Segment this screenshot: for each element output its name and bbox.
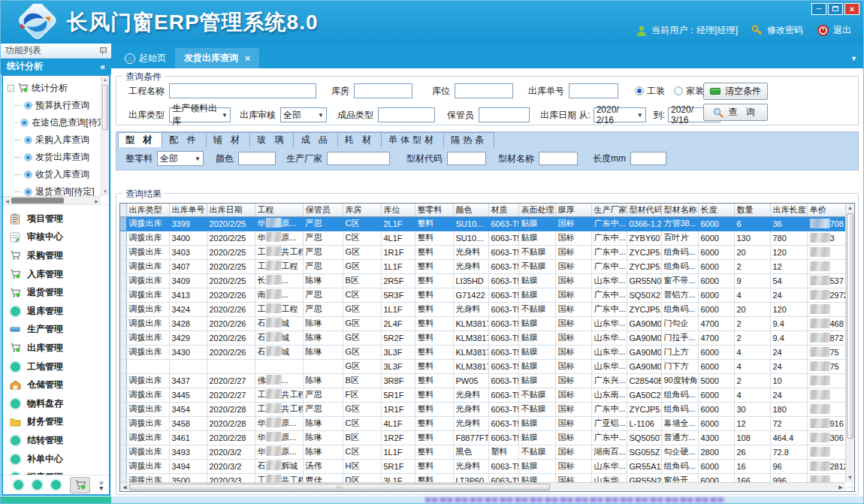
cart-shortcut-button[interactable] [70, 477, 90, 493]
material-tab-耗材[interactable]: 耗 材 [338, 132, 382, 147]
scroll-thumb[interactable] [11, 198, 64, 204]
material-tab-型材[interactable]: 型 材 [118, 132, 162, 147]
table-horizontal-scrollbar[interactable]: ◀ ⅠⅠⅠ ▶ [120, 482, 845, 491]
sidebar-module-出库管理[interactable]: 出库管理 [9, 339, 109, 358]
column-header-长度[interactable]: 长度 [698, 204, 734, 216]
tree-horizontal-scrollbar[interactable]: ◀ ▶ [3, 196, 101, 204]
material-tab-单体型材[interactable]: 单体型材 [382, 132, 444, 147]
column-header-生产厂家[interactable]: 生产厂家 [591, 204, 627, 216]
column-header-数量[interactable]: 数量 [734, 204, 770, 216]
table-row[interactable]: 调拨出库34942020/3/2石辉城汤伟H区5R1F整料光身料6063-T5贴… [120, 459, 855, 473]
tree-item[interactable]: 发货出库查询 [8, 149, 109, 166]
tab-home[interactable]: ⌂ 起始页 [116, 48, 175, 68]
toolbar-overflow-button[interactable]: »▾ [99, 480, 104, 490]
length-input[interactable] [630, 152, 666, 165]
sidebar-module-仓储管理[interactable]: 仓储管理 [9, 376, 109, 394]
order-no-input[interactable] [569, 83, 618, 98]
sidebar-module-退货管理[interactable]: 退货管理 [9, 283, 109, 302]
close-button[interactable]: × [844, 3, 859, 15]
table-row[interactable]: 调拨出库34072020/2/25工工程严思G区1L1F整料光身料6063-T5… [120, 259, 855, 273]
table-row[interactable]: 调拨出库34612020/2/28华原...陈琳B区1R2F整料F8877FT6… [120, 430, 855, 445]
pin-icon[interactable] [99, 47, 107, 55]
material-tab-隔热条[interactable]: 隔热条 [444, 132, 494, 147]
sidebar-module-工地管理[interactable]: 工地管理 [9, 358, 109, 376]
scroll-thumb[interactable] [102, 85, 108, 130]
table-row[interactable]: 调拨出库34002020/2/25华原...严思C区4L1F整料SU10...6… [120, 231, 855, 245]
module-shortcut-icon[interactable] [51, 480, 61, 490]
table-vertical-scrollbar[interactable]: ▲ ▼ [845, 204, 854, 482]
tab-list-caret-icon[interactable]: ▼ [850, 55, 857, 62]
table-row[interactable]: 调拨出库34452020/2/27工共工程严思F区5R1F整料光身料6063-T… [120, 388, 855, 402]
sidebar-module-项目管理[interactable]: 项目管理 [9, 210, 109, 228]
project-name-input[interactable] [169, 83, 316, 98]
column-header-型材代码[interactable]: 型材代码 [627, 204, 661, 216]
table-row[interactable]: 调拨出库34292020/2/26石城陈琳G区5R2F整料KLM38176063… [120, 330, 855, 345]
tree-item[interactable]: 在途信息查询[待定] [8, 114, 109, 131]
whole-part-select[interactable]: 全部▼ [157, 151, 204, 166]
radio-jiazhuang[interactable] [674, 86, 683, 95]
scroll-thumb[interactable] [847, 213, 853, 439]
column-header-材质[interactable]: 材质 [488, 204, 518, 216]
sidebar-module-财务管理[interactable]: 财务管理 [9, 413, 109, 432]
sidebar-module-结转管理[interactable]: 结转管理 [9, 431, 109, 450]
column-header-保管员[interactable]: 保管员 [303, 204, 343, 216]
radio-gongzhuang[interactable] [635, 86, 644, 95]
scroll-down-icon[interactable]: ▼ [846, 473, 854, 482]
minimize-button[interactable]: ─ [811, 3, 826, 15]
column-header-颜色[interactable]: 颜色 [453, 204, 488, 216]
column-header-型材名称[interactable]: 型材名称 [661, 204, 698, 216]
scroll-up-icon[interactable]: ▲ [846, 204, 854, 213]
scroll-right-icon[interactable]: ▶ [836, 484, 845, 490]
module-shortcut-icon[interactable] [32, 480, 42, 490]
table-row[interactable]: 调拨出库34092020/2/25长...陈琳B区2R5F整料LI35HD606… [120, 273, 855, 288]
table-row[interactable]: 调拨出库34282020/2/26石城陈琳G区2L4F整料KLM38176063… [120, 316, 855, 330]
column-header-库位[interactable]: 库位 [381, 204, 415, 216]
tab-shipping-outbound-query[interactable]: 发货出库查询 × [175, 48, 259, 68]
scroll-thumb[interactable]: ⅠⅠⅠ [129, 484, 550, 490]
sidebar-module-退库管理[interactable]: 退库管理 [9, 302, 109, 321]
maximize-button[interactable] [828, 3, 843, 15]
tree-vertical-scrollbar[interactable]: ▲ ▼ [101, 76, 109, 196]
column-header-出库日期[interactable]: 出库日期 [207, 204, 255, 216]
outbound-type-select[interactable]: 生产领料出库▼ [169, 107, 231, 122]
audit-select[interactable]: 全部▼ [280, 107, 327, 122]
column-header-工程[interactable]: 工程 [255, 204, 303, 216]
change-password-button[interactable]: 修改密码 [751, 24, 803, 37]
column-header-出库类型[interactable]: 出库类型 [126, 204, 169, 216]
product-type-input[interactable] [378, 107, 435, 122]
material-tab-配件[interactable]: 配 件 [162, 132, 206, 147]
table-row[interactable]: 调拨出库34032020/2/25工共工程严思G区1R1F整料光身料6063-T… [120, 245, 855, 259]
tree-root[interactable]: - 统计分析 [8, 79, 109, 97]
material-tab-成品[interactable]: 成 品 [294, 132, 337, 147]
sidebar-module-物料盘存[interactable]: 物料盘存 [9, 394, 109, 413]
color-input[interactable] [238, 152, 276, 165]
scroll-up-icon[interactable]: ▲ [101, 76, 109, 84]
warehouse-input[interactable] [354, 83, 412, 98]
material-tab-辅材[interactable]: 辅 材 [207, 132, 250, 147]
profile-name-input[interactable] [539, 152, 578, 165]
column-header-出库长度[interactable]: 出库长度 [770, 204, 807, 216]
sidebar-module-补单中心[interactable]: 补单中心 [9, 450, 109, 469]
tree-item[interactable]: 预算执行查询 [8, 97, 109, 114]
table-row[interactable]: G区3L3F整料KLM38176063-T5贴膜国标山东华...GA90M09.… [120, 359, 855, 373]
expander-icon[interactable]: - [8, 85, 14, 92]
column-header-出库单号[interactable]: 出库单号 [169, 204, 207, 216]
profile-code-input[interactable] [447, 152, 486, 165]
keeper-input[interactable] [479, 107, 530, 122]
sidebar-module-入库管理[interactable]: 入库管理 [9, 265, 109, 284]
logout-button[interactable]: 退出 [817, 24, 851, 37]
material-tab-玻璃[interactable]: 玻 璃 [250, 132, 294, 147]
clear-conditions-button[interactable]: 清空条件 [703, 83, 768, 100]
search-button[interactable]: 查 询 [703, 104, 768, 121]
sidebar-module-采购管理[interactable]: 采购管理 [9, 246, 109, 265]
location-input[interactable] [455, 83, 513, 98]
scroll-left-icon[interactable]: ◀ [120, 484, 129, 490]
table-row[interactable]: 调拨出库34932020/3/2华原...陈琳C区1L1F整料黑色塑料不贴膜国标… [120, 445, 855, 459]
column-header-库房[interactable]: 库房 [343, 204, 381, 216]
maker-input[interactable] [327, 152, 390, 165]
table-row[interactable]: 调拨出库34242020/2/26工工程严思G区1L1F整料光身料6063-T5… [120, 302, 855, 316]
table-row[interactable]: 调拨出库34582020/2/28华原...陈琳C区4L1F整料光身料6063-… [120, 416, 855, 430]
column-header-表面处理[interactable]: 表面处理 [518, 204, 555, 216]
scroll-down-icon[interactable]: ▼ [101, 188, 109, 196]
date-from-select[interactable]: 2020/ 2/16▼ [594, 107, 646, 122]
